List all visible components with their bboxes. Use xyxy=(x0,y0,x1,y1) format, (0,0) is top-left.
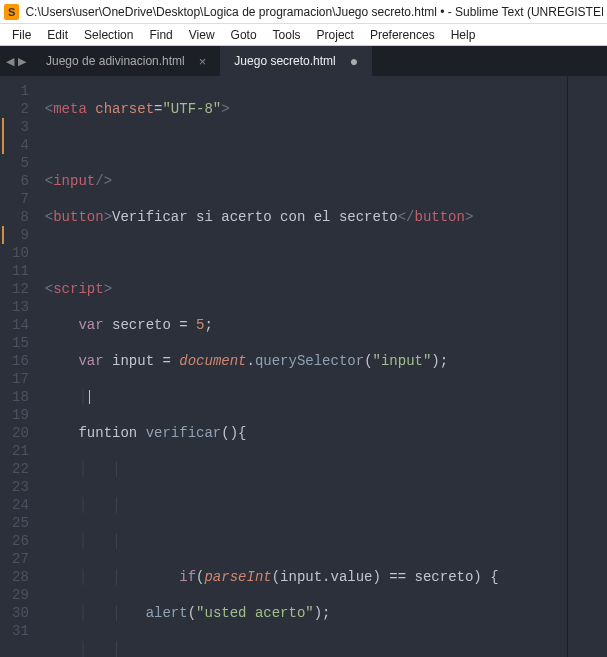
line-number: 23 xyxy=(12,478,29,496)
minimap[interactable] xyxy=(567,76,607,657)
line-number-gutter: 1 2 3 4 5 6 7 8 9 10 11 12 13 14 15 16 1… xyxy=(0,76,41,657)
menu-project[interactable]: Project xyxy=(309,26,362,44)
tab-label: Juego de adivinacion.html xyxy=(46,54,185,68)
line-number: 5 xyxy=(12,154,29,172)
line-number: 24 xyxy=(12,496,29,514)
line-number: 21 xyxy=(12,442,29,460)
nav-forward-icon[interactable]: ▶ xyxy=(18,55,26,68)
tab-active[interactable]: Juego secreto.html ● xyxy=(220,46,372,76)
menu-help[interactable]: Help xyxy=(443,26,484,44)
line-number: 31 xyxy=(12,622,29,640)
menu-find[interactable]: Find xyxy=(141,26,180,44)
line-number: 7 xyxy=(12,190,29,208)
tab-nav: ◀ ▶ xyxy=(0,46,32,76)
line-number-current: 9 xyxy=(12,226,29,244)
line-number: 29 xyxy=(12,586,29,604)
menu-tools[interactable]: Tools xyxy=(265,26,309,44)
line-number: 14 xyxy=(12,316,29,334)
menu-preferences[interactable]: Preferences xyxy=(362,26,443,44)
line-number: 6 xyxy=(12,172,29,190)
window-title: C:\Users\user\OneDrive\Desktop\Logica de… xyxy=(25,5,603,19)
line-number: 20 xyxy=(12,424,29,442)
tab-label: Juego secreto.html xyxy=(234,54,335,68)
line-number: 18 xyxy=(12,388,29,406)
line-number: 1 xyxy=(12,82,29,100)
tab-bar: ◀ ▶ Juego de adivinacion.html × Juego se… xyxy=(0,46,607,76)
menu-edit[interactable]: Edit xyxy=(39,26,76,44)
line-number: 28 xyxy=(12,568,29,586)
dirty-indicator-icon[interactable]: ● xyxy=(350,53,358,69)
line-number: 8 xyxy=(12,208,29,226)
app-icon: S xyxy=(4,4,19,20)
editor: 1 2 3 4 5 6 7 8 9 10 11 12 13 14 15 16 1… xyxy=(0,76,607,657)
line-number: 10 xyxy=(12,244,29,262)
line-number: 30 xyxy=(12,604,29,622)
line-number: 2 xyxy=(12,100,29,118)
menu-bar: File Edit Selection Find View Goto Tools… xyxy=(0,24,607,46)
nav-back-icon[interactable]: ◀ xyxy=(6,55,14,68)
line-number: 19 xyxy=(12,406,29,424)
line-number: 16 xyxy=(12,352,29,370)
line-number: 12 xyxy=(12,280,29,298)
line-number: 15 xyxy=(12,334,29,352)
line-number: 3 xyxy=(12,118,29,136)
window-titlebar: S C:\Users\user\OneDrive\Desktop\Logica … xyxy=(0,0,607,24)
line-number: 26 xyxy=(12,532,29,550)
close-icon[interactable]: × xyxy=(199,54,207,69)
menu-goto[interactable]: Goto xyxy=(223,26,265,44)
line-number: 13 xyxy=(12,298,29,316)
menu-view[interactable]: View xyxy=(181,26,223,44)
line-number: 11 xyxy=(12,262,29,280)
line-number: 27 xyxy=(12,550,29,568)
code-area[interactable]: <meta charset="UTF-8"> <input/> <button>… xyxy=(41,76,567,657)
menu-selection[interactable]: Selection xyxy=(76,26,141,44)
line-number: 25 xyxy=(12,514,29,532)
menu-file[interactable]: File xyxy=(4,26,39,44)
line-number: 22 xyxy=(12,460,29,478)
line-number: 4 xyxy=(12,136,29,154)
tab-inactive[interactable]: Juego de adivinacion.html × xyxy=(32,46,220,76)
line-number: 17 xyxy=(12,370,29,388)
